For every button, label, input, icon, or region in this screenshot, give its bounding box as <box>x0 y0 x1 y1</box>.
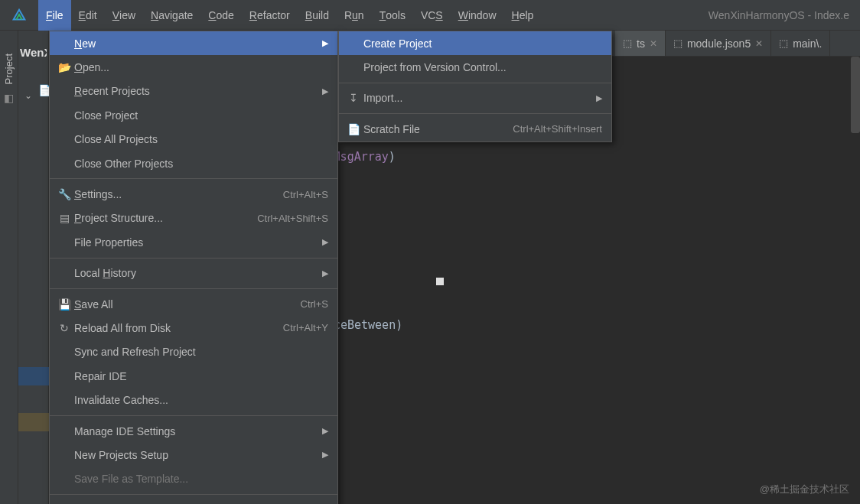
menu-item-label: Save All <box>73 298 301 311</box>
menu-build[interactable]: Build <box>298 0 337 31</box>
menu-item-invalidate-caches[interactable]: Invalidate Caches... <box>50 388 337 411</box>
menu-item-new-projects-setup[interactable]: New Projects Setup▶ <box>50 443 337 467</box>
project-marker-gold <box>18 413 49 431</box>
submenu-label: Import... <box>362 92 596 104</box>
project-marker-blue <box>18 367 49 385</box>
wrench-icon: 🔧 <box>56 188 73 200</box>
menu-item-close-other-projects[interactable]: Close Other Projects <box>50 151 337 175</box>
breakpoint-marker-icon[interactable] <box>436 278 444 285</box>
menubar: FileEditViewNavigateCodeRefactorBuildRun… <box>0 0 860 31</box>
editor-tab[interactable]: ⬚module.json5✕ <box>666 31 771 56</box>
menu-item-close-all-projects[interactable]: Close All Projects <box>50 128 337 151</box>
folder-icon: 📂 <box>56 61 73 73</box>
menu-item-label: Reload All from Disk <box>73 322 283 334</box>
new-submenu-dropdown: Create ProjectProject from Version Contr… <box>338 31 612 142</box>
menu-item-label: File Properties <box>73 236 322 249</box>
menu-navigate[interactable]: Navigate <box>143 0 200 31</box>
menu-item-open[interactable]: 📂Open... <box>50 55 337 79</box>
project-panel: WenX ⌄ 📄 <box>18 31 49 504</box>
menu-item-label: Save File as Template... <box>73 473 328 485</box>
menu-item-new[interactable]: New▶ <box>50 31 337 55</box>
menu-file[interactable]: File <box>38 0 71 31</box>
reload-icon: ↻ <box>56 322 73 334</box>
tree-caret-icon[interactable]: ⌄ <box>24 90 32 101</box>
shortcut: Ctrl+Alt+Shift+Insert <box>513 123 602 135</box>
submenu-label: Project from Version Control... <box>362 61 602 73</box>
menu-item-save-all[interactable]: 💾Save AllCtrl+S <box>50 292 337 316</box>
file-type-icon: ⬚ <box>779 37 788 49</box>
menu-view[interactable]: View <box>105 0 143 31</box>
submenu-arrow-icon: ▶ <box>322 86 328 96</box>
save-icon: 💾 <box>56 298 73 311</box>
menu-window[interactable]: Window <box>451 0 504 31</box>
submenu-arrow-icon: ▶ <box>322 237 328 247</box>
submenu-arrow-icon: ▶ <box>322 38 328 48</box>
menu-code[interactable]: Code <box>200 0 241 31</box>
menu-tools[interactable]: Tools <box>372 0 413 31</box>
editor-tab[interactable]: ⬚ts✕ <box>615 31 666 56</box>
menu-refactor[interactable]: Refactor <box>242 0 298 31</box>
menu-item-file-properties[interactable]: File Properties▶ <box>50 230 337 254</box>
shortcut: Ctrl+Alt+Y <box>283 322 328 333</box>
close-icon[interactable]: ✕ <box>650 38 657 49</box>
submenu-arrow-icon: ▶ <box>596 93 602 103</box>
tab-label: module.json5 <box>687 37 751 50</box>
tab-label: main\. <box>793 37 822 50</box>
tab-label: ts <box>637 37 645 50</box>
menu-item-manage-ide-settings[interactable]: Manage IDE Settings▶ <box>50 419 337 443</box>
menu-item-sync-and-refresh-project[interactable]: Sync and Refresh Project <box>50 340 337 364</box>
file-menu-dropdown: New▶📂Open...Recent Projects▶Close Projec… <box>49 31 338 504</box>
menu-edit[interactable]: Edit <box>71 0 105 31</box>
menu-item-label: Close All Projects <box>73 133 328 145</box>
menu-run[interactable]: Run <box>337 0 372 31</box>
menu-vcs[interactable]: VCS <box>413 0 451 31</box>
menu-item-export[interactable]: Export▶ <box>50 498 337 504</box>
menu-item-label: Sync and Refresh Project <box>73 346 328 358</box>
menu-item-repair-ide[interactable]: Repair IDE <box>50 364 337 388</box>
structure-icon: ▤ <box>56 212 73 224</box>
app-logo-icon <box>11 7 28 24</box>
project-root-label[interactable]: WenX <box>20 46 47 59</box>
submenu-arrow-icon: ▶ <box>322 450 328 460</box>
menu-item-label: Repair IDE <box>73 370 328 382</box>
submenu-arrow-icon: ▶ <box>322 426 328 436</box>
watermark: @稀土掘金技术社区 <box>760 483 849 496</box>
menu-item-reload-all-from-disk[interactable]: ↻Reload All from DiskCtrl+Alt+Y <box>50 316 337 340</box>
file-type-icon: ⬚ <box>623 37 632 49</box>
menu-item-label: Close Project <box>73 109 328 122</box>
menu-item-label: Project Structure... <box>73 212 257 224</box>
submenu-label: Create Project <box>362 37 602 50</box>
menu-item-recent-projects[interactable]: Recent Projects▶ <box>50 80 337 103</box>
menu-item-label: Close Other Projects <box>73 158 328 170</box>
window-title: WenXinHarmonyOS - Index.e <box>709 9 855 21</box>
vertical-scrollbar[interactable] <box>851 57 860 133</box>
menu-item-label: Settings... <box>73 188 283 200</box>
close-icon[interactable]: ✕ <box>755 38 763 49</box>
editor-tab[interactable]: ⬚main\. <box>771 31 830 56</box>
menu-item-project-structure[interactable]: ▤Project Structure...Ctrl+Alt+Shift+S <box>50 206 337 230</box>
menu-item-label: Invalidate Caches... <box>73 394 328 406</box>
menu-item-label: Open... <box>73 61 328 73</box>
menu-item-local-history[interactable]: Local History▶ <box>50 262 337 285</box>
menu-item-label: Local History <box>73 267 322 279</box>
menu-item-label: New <box>73 37 322 50</box>
submenu-arrow-icon: ▶ <box>322 268 328 278</box>
menu-item-close-project[interactable]: Close Project <box>50 103 337 127</box>
menu-item-label: New Projects Setup <box>73 449 322 461</box>
submenu-item-scratch-file[interactable]: 📄Scratch FileCtrl+Alt+Shift+Insert <box>339 117 611 141</box>
submenu-item-project-from-version-control[interactable]: Project from Version Control... <box>339 55 611 79</box>
menu-item-save-file-as-template: Save File as Template... <box>50 467 337 491</box>
shortcut: Ctrl+S <box>301 298 328 310</box>
file-type-icon: ⬚ <box>673 37 682 49</box>
project-tool-button[interactable]: Project <box>3 54 15 84</box>
submenu-item-import[interactable]: ↧Import...▶ <box>339 86 611 110</box>
menu-help[interactable]: Help <box>504 0 542 31</box>
scratch-icon: 📄 <box>345 123 362 135</box>
menu-item-label: Manage IDE Settings <box>73 425 322 437</box>
tool-window-rail: Project ◧ <box>0 31 18 504</box>
submenu-item-create-project[interactable]: Create Project <box>339 31 611 55</box>
menu-item-label: Recent Projects <box>73 85 322 97</box>
menu-item-settings[interactable]: 🔧Settings...Ctrl+Alt+S <box>50 182 337 206</box>
shortcut: Ctrl+Alt+Shift+S <box>257 213 328 224</box>
bookmark-icon[interactable]: ◧ <box>4 92 14 104</box>
